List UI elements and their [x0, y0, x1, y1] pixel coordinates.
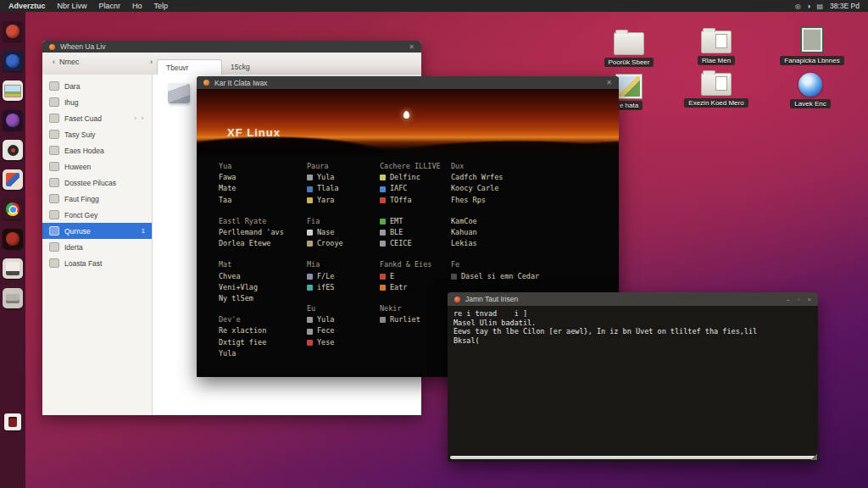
close-icon[interactable]: ✕ [409, 43, 415, 51]
dock-printer-icon[interactable] [3, 288, 23, 308]
launcher-titlebar[interactable]: Kar It Clata Iwax ✕ [197, 76, 619, 89]
launcher-group-header: Eastl Ryate [219, 216, 284, 227]
launcher-menu-item[interactable]: Dorlea Etewe [219, 238, 284, 249]
desktop-icon[interactable]: Fanapicka Lbnnes [771, 26, 853, 65]
menu-item-4[interactable]: Ho [132, 2, 142, 10]
launcher-group-header: Dux [451, 161, 539, 172]
network-icon[interactable]: ◎ [795, 3, 801, 10]
launcher-group: Dev'eRe xlactionDxtigt fieeYula [219, 314, 284, 359]
launcher-menu-item[interactable]: Rurliet [380, 314, 441, 325]
expander-icon[interactable]: › › [134, 115, 145, 121]
dock-contacts-icon[interactable] [3, 169, 23, 190]
launcher-menu-item[interactable]: Lekias [451, 238, 539, 249]
launcher-menu-item[interactable]: Fece [307, 325, 343, 336]
sidebar-item[interactable]: Tasy Suiy [42, 126, 152, 142]
sidebar-item[interactable]: Dosstee Pilucas [42, 175, 152, 191]
desktop-icon[interactable]: Exezin Koed Mero [676, 73, 757, 108]
launcher-menu-item[interactable]: Yula [219, 348, 284, 359]
launcher-menu-item[interactable]: Koocy Carle [451, 183, 539, 194]
launcher-menu-item[interactable]: BLE [380, 227, 441, 238]
launcher-menu-item[interactable]: CEICE [380, 238, 441, 249]
desktop-icon[interactable]: Rlae Men [676, 30, 757, 65]
sidebar-item[interactable]: Fonct Gey [42, 207, 152, 223]
launcher-menu-item[interactable]: Dxtigt fiee [219, 337, 284, 348]
launcher-menu-item[interactable]: Fhes Rps [451, 195, 539, 206]
launcher-menu-item[interactable]: TOffa [380, 195, 441, 206]
dock-text-editor-icon[interactable] [3, 258, 23, 279]
launcher-menu-item[interactable]: IAFC [380, 183, 441, 194]
terminal-output[interactable]: re i tnvad i ]Masel Ulin badatil.Eews ta… [448, 306, 818, 348]
tab-1[interactable]: Tbeuvr [157, 59, 222, 75]
terminal-scrollbar[interactable] [450, 456, 815, 459]
back-button[interactable]: ‹ Nmec [53, 58, 80, 66]
trash-icon[interactable] [4, 413, 21, 430]
launcher-menu-item[interactable]: F/Le [307, 271, 343, 282]
dock-software-center-icon[interactable] [3, 110, 23, 130]
forward-button[interactable]: › [150, 58, 153, 66]
launcher-menu-item[interactable]: Delfinc [380, 172, 441, 183]
launcher-menu-item[interactable]: Nase [307, 227, 343, 238]
sidebar-item[interactable]: Dara [42, 78, 152, 94]
launcher-menu-item[interactable]: Yula [307, 314, 343, 325]
launcher-menu-item[interactable]: Yara [307, 195, 343, 206]
window-control-icon[interactable]: – [787, 296, 790, 303]
launcher-menu-item[interactable]: Eatr [380, 282, 441, 293]
dock-dash-icon[interactable] [3, 21, 23, 42]
resize-grip-icon[interactable] [810, 454, 817, 460]
sidebar-item-label: Faut Fingg [64, 195, 99, 203]
sidebar-item[interactable]: Eaes Hodea [42, 142, 152, 158]
launcher-menu-item[interactable]: Mate [219, 183, 284, 194]
window-menu-icon[interactable] [49, 44, 55, 50]
launcher-menu-item[interactable]: EMT [380, 216, 441, 227]
launcher-menu-item[interactable]: E [380, 271, 441, 282]
launcher-menu-item[interactable]: Re xlaction [219, 325, 284, 336]
tab-2[interactable]: 15ckg [222, 59, 286, 75]
keyboard-icon[interactable]: ▤ [816, 3, 823, 10]
launcher-menu-item[interactable]: Dasel si emn Cedar [451, 271, 539, 282]
window-control-icon[interactable]: ▫ [798, 296, 800, 303]
launcher-menu-item[interactable]: Ny tlSem [219, 293, 284, 304]
sidebar-item[interactable]: Loasta Fast [42, 255, 152, 271]
menu-item-5[interactable]: Telp [154, 2, 169, 10]
launcher-menu-item[interactable]: Chvea [219, 271, 284, 282]
menu-item-3[interactable]: Placnr [99, 2, 121, 10]
launcher-menu-item[interactable]: KamCoe [451, 216, 539, 227]
sidebar-item[interactable]: Huween [42, 158, 152, 175]
dock-photos-icon[interactable] [3, 80, 23, 101]
window-control-icon[interactable]: × [808, 296, 811, 303]
dock-chrome-icon[interactable] [3, 199, 23, 219]
sidebar-item[interactable]: Faut Fingg [42, 191, 152, 207]
place-icon [49, 81, 59, 91]
launcher-menu-item[interactable]: Fawa [219, 172, 284, 183]
menu-item-2[interactable]: Nbr Livw [58, 2, 87, 10]
launcher-menu-item[interactable]: Crooye [307, 238, 343, 249]
sidebar-item[interactable]: Ihug [42, 94, 152, 110]
close-icon[interactable]: ✕ [606, 79, 612, 86]
dock-media-player-icon[interactable] [3, 229, 23, 249]
window-menu-icon[interactable] [203, 80, 209, 86]
sidebar-item[interactable]: Qurruse1 [42, 223, 152, 239]
launcher-menu-item[interactable]: Tlala [307, 183, 343, 194]
launcher-menu-item[interactable]: Yese [307, 337, 343, 348]
terminal-titlebar[interactable]: Jamn Taut Irisen –▫× [448, 292, 818, 306]
launcher-menu-item[interactable]: Veni+Vlag [219, 282, 284, 293]
archive-file-icon[interactable] [168, 83, 190, 103]
launcher-menu-item[interactable]: Taa [219, 195, 284, 206]
folder-doc-icon [701, 73, 732, 96]
dock-camera-icon[interactable] [3, 140, 23, 160]
launcher-menu-item[interactable]: Yula [307, 172, 343, 183]
launcher-item-label: IAFC [390, 183, 407, 194]
launcher-menu-item[interactable]: Cadfch Wrfes [451, 172, 539, 183]
launcher-menu-item[interactable]: ifES [307, 282, 343, 293]
menu-item-1[interactable]: Adverztuc [8, 2, 46, 10]
launcher-menu-item[interactable]: Kahuan [451, 227, 539, 238]
file-manager-titlebar[interactable]: Wheen Ua Liv ✕ [42, 41, 421, 53]
desktop-icon[interactable]: Poorük Sbeer [588, 32, 670, 67]
desktop-icon[interactable]: Lavek Enc [770, 73, 851, 108]
window-menu-icon[interactable] [454, 297, 460, 302]
launcher-menu-item[interactable]: Perllemand 'avs [219, 227, 284, 238]
sidebar-item[interactable]: Faset Cuad› › [42, 110, 152, 126]
sidebar-item[interactable]: Iderta [42, 239, 152, 255]
dock-browser-icon[interactable] [3, 51, 23, 71]
volume-icon[interactable]: ◑ [807, 3, 811, 10]
